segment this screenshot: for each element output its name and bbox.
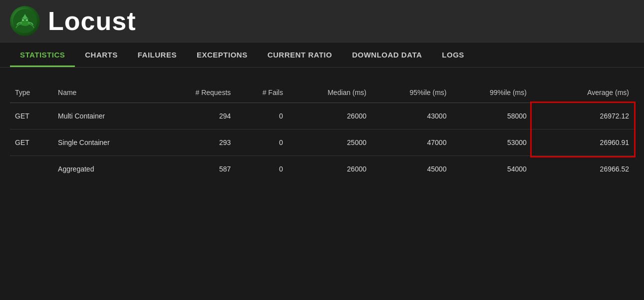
- cell-p99: 53000: [451, 130, 531, 156]
- nav-item-logs[interactable]: LOGS: [432, 42, 474, 67]
- main-nav: STATISTICS CHARTS FAILURES EXCEPTIONS CU…: [0, 42, 644, 68]
- app-header: Locust: [0, 0, 644, 42]
- nav-item-charts[interactable]: CHARTS: [75, 42, 128, 67]
- cell-p99: 54000: [451, 156, 531, 182]
- cell-average: 26966.52: [532, 156, 634, 182]
- col-header-requests: # Requests: [158, 82, 236, 103]
- cell-name: Aggregated: [53, 156, 158, 182]
- col-header-p95: 95%ile (ms): [371, 82, 451, 103]
- cell-requests: 293: [158, 130, 236, 156]
- cell-type: GET: [10, 103, 53, 130]
- cell-fails: 0: [236, 103, 288, 130]
- statistics-table: Type Name # Requests # Fails Median (ms)…: [10, 82, 634, 182]
- col-header-name: Name: [53, 82, 158, 103]
- nav-item-statistics[interactable]: STATISTICS: [10, 42, 75, 67]
- svg-point-3: [26, 20, 28, 21]
- cell-median: 26000: [288, 156, 371, 182]
- cell-name: Single Container: [53, 130, 158, 156]
- cell-type: [10, 156, 53, 182]
- nav-item-download-data[interactable]: DOWNLOAD DATA: [342, 42, 432, 67]
- app-title: Locust: [48, 6, 136, 36]
- cell-requests: 587: [158, 156, 236, 182]
- cell-average: 26972.12: [532, 103, 634, 130]
- col-header-p99: 99%ile (ms): [451, 82, 531, 103]
- nav-item-current-ratio[interactable]: CURRENT RATIO: [258, 42, 342, 67]
- stats-table-wrapper: Type Name # Requests # Fails Median (ms)…: [10, 82, 634, 182]
- cell-p95: 43000: [371, 103, 451, 130]
- main-content: Type Name # Requests # Fails Median (ms)…: [0, 68, 644, 182]
- col-header-average: Average (ms): [532, 82, 634, 103]
- cell-median: 25000: [288, 130, 371, 156]
- cell-median: 26000: [288, 103, 371, 130]
- app-logo: [10, 6, 40, 36]
- col-header-type: Type: [10, 82, 53, 103]
- cell-fails: 0: [236, 156, 288, 182]
- col-header-fails: # Fails: [236, 82, 288, 103]
- nav-item-failures[interactable]: FAILURES: [128, 42, 187, 67]
- cell-type: GET: [10, 130, 53, 156]
- cell-average: 26960.91: [532, 130, 634, 156]
- cell-p95: 45000: [371, 156, 451, 182]
- cell-requests: 294: [158, 103, 236, 130]
- table-row: Aggregated587026000450005400026966.52: [10, 156, 634, 182]
- col-header-median: Median (ms): [288, 82, 371, 103]
- logo-container: Locust: [10, 6, 136, 36]
- cell-name: Multi Container: [53, 103, 158, 130]
- svg-point-2: [22, 20, 24, 21]
- cell-p99: 58000: [451, 103, 531, 130]
- table-header-row: Type Name # Requests # Fails Median (ms)…: [10, 82, 634, 103]
- nav-item-exceptions[interactable]: EXCEPTIONS: [187, 42, 258, 67]
- cell-p95: 47000: [371, 130, 451, 156]
- cell-fails: 0: [236, 130, 288, 156]
- table-row: GETSingle Container293025000470005300026…: [10, 130, 634, 156]
- table-row: GETMulti Container2940260004300058000269…: [10, 103, 634, 130]
